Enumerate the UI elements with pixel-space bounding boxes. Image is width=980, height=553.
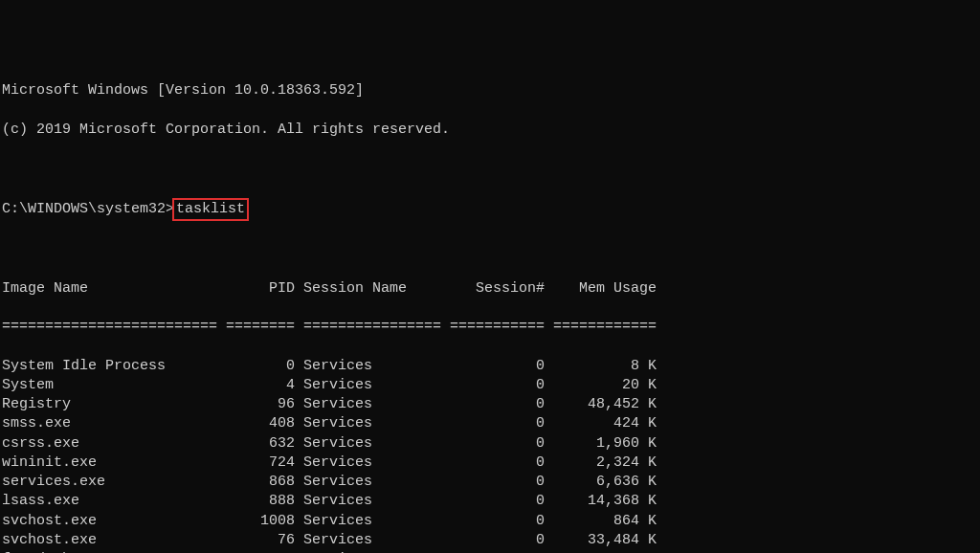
process-list: System Idle Process 0 Services 0 8 KSyst… — [2, 357, 978, 554]
process-row: csrss.exe 632 Services 0 1,960 K — [2, 434, 978, 453]
process-row: wininit.exe 724 Services 0 2,324 K — [2, 453, 978, 473]
blank-line-2 — [2, 240, 978, 259]
command-highlight: tasklist — [172, 198, 249, 221]
process-row: svchost.exe 1008 Services 0 864 K — [2, 512, 978, 531]
prompt-line[interactable]: C:\WINDOWS\system32>tasklist — [2, 198, 978, 221]
process-row: Registry 96 Services 0 48,452 K — [2, 395, 978, 414]
process-row: System 4 Services 0 20 K — [2, 376, 978, 395]
command-text: tasklist — [176, 201, 245, 217]
process-row: lsass.exe 888 Services 0 14,368 K — [2, 492, 978, 511]
column-header-row: Image Name PID Session Name Session# Mem… — [2, 279, 978, 299]
separator-row: ========================= ======== =====… — [2, 318, 978, 337]
copyright-line: (c) 2019 Microsoft Corporation. All righ… — [2, 121, 978, 140]
prompt-path: C:\WINDOWS\system32> — [2, 201, 174, 217]
version-line: Microsoft Windows [Version 10.0.18363.59… — [2, 81, 978, 100]
process-row: svchost.exe 76 Services 0 33,484 K — [2, 531, 978, 550]
process-row: services.exe 868 Services 0 6,636 K — [2, 473, 978, 492]
blank-line-1 — [2, 159, 978, 178]
process-row: System Idle Process 0 Services 0 8 K — [2, 357, 978, 376]
process-row: smss.exe 408 Services 0 424 K — [2, 414, 978, 433]
